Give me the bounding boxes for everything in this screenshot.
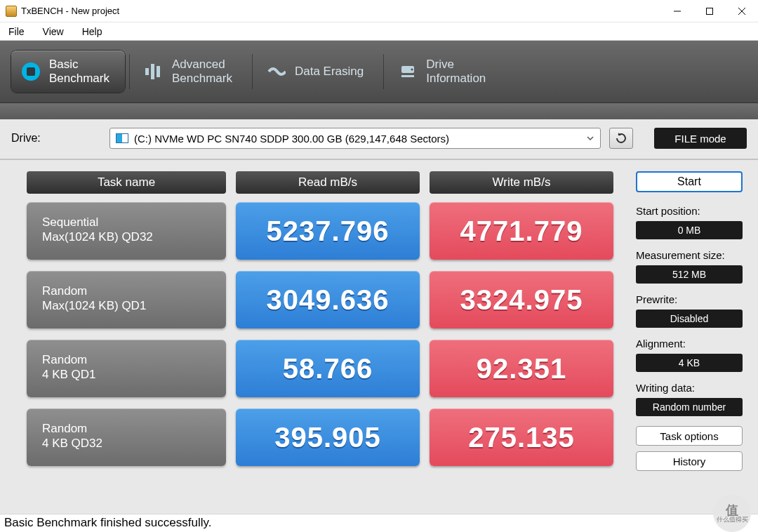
svg-rect-3 (401, 75, 414, 77)
writing-data-label: Writing data: (636, 382, 745, 394)
header-write: Write mB/s (430, 171, 613, 194)
status-text: Basic Benchmark finished successfully. (4, 516, 211, 529)
write-value: 3324.975 (430, 271, 613, 328)
header-task: Task name (27, 171, 226, 194)
menu-view[interactable]: View (43, 26, 64, 37)
drive-label: Drive: (11, 132, 101, 145)
tab-advanced-benchmark[interactable]: AdvancedBenchmark (134, 51, 248, 93)
measurement-size-label: Measurement size: (636, 249, 745, 261)
tab-drive-information[interactable]: DriveInformation (388, 51, 501, 93)
result-row: SequentialMax(1024 KB) QD32 5237.796 477… (27, 202, 626, 260)
write-value: 275.135 (430, 408, 613, 466)
result-row: Random4 KB QD32 395.905 275.135 (27, 408, 626, 466)
task-cell[interactable]: Random4 KB QD32 (27, 408, 226, 466)
results-area: Task name Read mB/s Write mB/s Sequentia… (0, 160, 633, 514)
drive-icon (398, 62, 418, 81)
menu-bar: File View Help (0, 22, 758, 41)
write-value: 4771.779 (430, 202, 613, 260)
refresh-icon (615, 132, 627, 145)
tab-basic-benchmark[interactable]: BasicBenchmark (11, 51, 125, 93)
read-value: 395.905 (236, 408, 420, 466)
alignment-label: Alignment: (636, 338, 745, 350)
menu-help[interactable]: Help (82, 26, 102, 37)
close-button[interactable] (726, 0, 758, 22)
alignment-value[interactable]: 4 KB (636, 354, 743, 372)
read-value: 5237.796 (236, 202, 420, 260)
task-cell[interactable]: SequentialMax(1024 KB) QD32 (27, 202, 226, 260)
start-button[interactable]: Start (636, 171, 743, 192)
file-mode-button[interactable]: FILE mode (654, 128, 747, 149)
task-options-button[interactable]: Task options (636, 426, 743, 446)
minimize-button[interactable] (661, 0, 693, 22)
stopwatch-icon (21, 62, 41, 81)
maximize-button[interactable] (693, 0, 726, 22)
bars-icon (144, 62, 164, 81)
drive-selected-text: (C:) NVMe WD PC SN740 SDDP 300.00 GB (62… (134, 133, 449, 145)
header-read: Read mB/s (236, 171, 420, 194)
history-button[interactable]: History (636, 451, 743, 471)
prewrite-value[interactable]: Disabled (636, 310, 743, 328)
tab-ribbon: BasicBenchmark AdvancedBenchmark Data Er… (0, 41, 758, 102)
tab-drive-line2: Information (426, 72, 486, 86)
read-value: 3049.636 (236, 271, 420, 328)
chevron-down-icon (586, 134, 594, 142)
app-icon (6, 6, 17, 17)
task-cell[interactable]: RandomMax(1024 KB) QD1 (27, 271, 226, 328)
title-bar: TxBENCH - New project (0, 0, 758, 22)
tab-drive-line1: Drive (426, 58, 486, 72)
tab-erase-label: Data Erasing (295, 65, 364, 79)
start-position-label: Start position: (636, 205, 745, 217)
sidebar: Start Start position: 0 MB Measurement s… (633, 160, 758, 514)
window-title: TxBENCH - New project (21, 6, 119, 16)
menu-file[interactable]: File (8, 26, 25, 37)
main-panel: Task name Read mB/s Write mB/s Sequentia… (0, 160, 758, 514)
tab-basic-line1: Basic (49, 58, 109, 72)
result-row: Random4 KB QD1 58.766 92.351 (27, 340, 626, 397)
svg-point-2 (411, 69, 413, 71)
result-row: RandomMax(1024 KB) QD1 3049.636 3324.975 (27, 271, 626, 328)
measurement-size-value[interactable]: 512 MB (636, 265, 743, 284)
tab-adv-line1: Advanced (172, 58, 232, 72)
prewrite-label: Prewrite: (636, 293, 745, 305)
erase-icon (267, 62, 286, 81)
refresh-button[interactable] (609, 128, 633, 149)
ribbon-subheader (0, 102, 758, 119)
writing-data-value[interactable]: Random number (636, 398, 743, 416)
write-value: 92.351 (430, 340, 613, 397)
svg-rect-0 (707, 8, 713, 14)
drive-row: Drive: (C:) NVMe WD PC SN740 SDDP 300.00… (0, 119, 758, 160)
status-bar: Basic Benchmark finished successfully. 值… (0, 514, 758, 532)
task-cell[interactable]: Random4 KB QD1 (27, 340, 226, 397)
tab-data-erasing[interactable]: Data Erasing (257, 51, 379, 93)
disk-icon (116, 133, 128, 143)
tab-basic-line2: Benchmark (49, 72, 109, 86)
read-value: 58.766 (236, 340, 420, 397)
tab-adv-line2: Benchmark (172, 72, 232, 86)
drive-select[interactable]: (C:) NVMe WD PC SN740 SDDP 300.00 GB (62… (109, 128, 601, 149)
watermark-badge: 值 什么值得买 (713, 494, 751, 532)
start-position-value[interactable]: 0 MB (636, 221, 743, 239)
